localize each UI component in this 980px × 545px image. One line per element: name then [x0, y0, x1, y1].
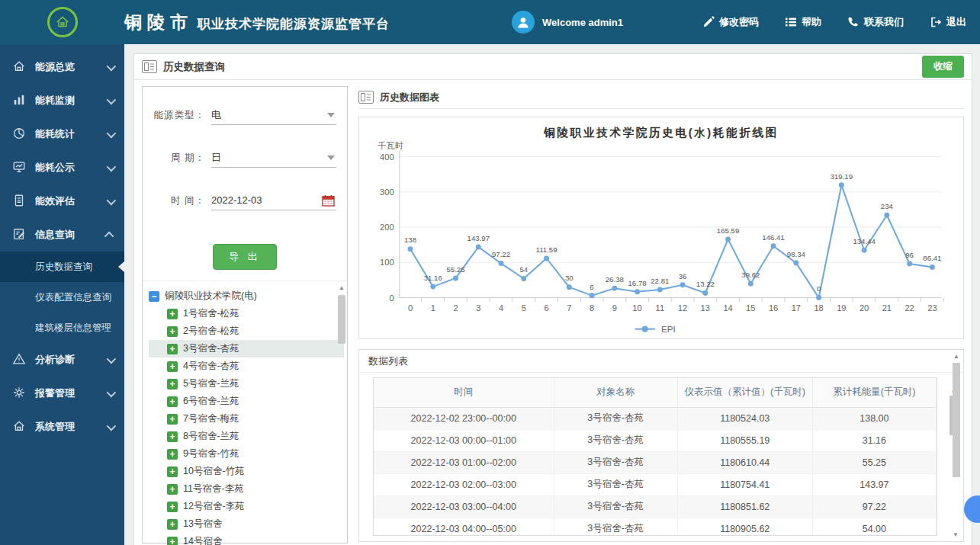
- tree-item-1[interactable]: + 2号宿舍-松苑: [149, 322, 344, 340]
- sidebar-item-4[interactable]: 能效评估: [0, 184, 124, 218]
- tree-item-3[interactable]: + 4号宿舍-杏苑: [149, 357, 344, 375]
- tree-item-label: 14号宿舍: [183, 535, 222, 545]
- expand-node-icon[interactable]: +: [167, 396, 178, 407]
- tree-item-label: 11号宿舍-李苑: [183, 482, 244, 495]
- field-value: 2022-12-03: [211, 194, 322, 206]
- svg-text:13: 13: [701, 303, 710, 313]
- logout-button[interactable]: 退出: [930, 15, 966, 29]
- table-cell: 2022-12-03 04:00--05:00: [374, 518, 554, 536]
- contact-us-button[interactable]: 联系我们: [847, 15, 904, 29]
- tree-item-6[interactable]: + 7号宿舍-梅苑: [149, 410, 344, 428]
- tree-item-10[interactable]: + 11号宿舍-李苑: [149, 480, 344, 498]
- expand-node-icon[interactable]: +: [167, 431, 178, 442]
- sidebar-item-3[interactable]: 能耗公示: [0, 151, 124, 184]
- svg-text:铜陵职业技术学院历史电(水)耗能折线图: 铜陵职业技术学院历史电(水)耗能折线图: [543, 126, 779, 139]
- tree-item-4[interactable]: + 5号宿舍-兰苑: [149, 375, 344, 393]
- collapse-node-icon[interactable]: −: [149, 291, 159, 302]
- monitor-icon: [12, 160, 27, 175]
- tree-item-label: 7号宿舍-梅苑: [183, 412, 239, 425]
- expand-node-icon[interactable]: +: [167, 326, 178, 337]
- main-content: 历史数据查询 收缩 能源类型： 电 周 期： 日 时 间： 2022-12-03…: [124, 44, 980, 545]
- scroll-up-icon[interactable]: ▲: [952, 353, 961, 360]
- tree-item-7[interactable]: + 8号宿舍-兰苑: [149, 428, 344, 445]
- tree-item-label: 5号宿舍-兰苑: [183, 377, 239, 390]
- tree-item-11[interactable]: + 12号宿舍-李苑: [149, 498, 344, 515]
- select-field-1[interactable]: 日: [211, 148, 336, 168]
- sidebar-item-5[interactable]: 信息查询: [0, 218, 124, 252]
- help-button[interactable]: 帮助: [785, 15, 821, 29]
- expand-node-icon[interactable]: +: [167, 466, 178, 477]
- tree-root[interactable]: − 铜陵职业技术学院(电): [149, 287, 344, 305]
- sidebar-item-6[interactable]: 分析诊断: [0, 343, 124, 377]
- svg-text:98.34: 98.34: [787, 250, 806, 258]
- tree-item-2[interactable]: + 3号宿舍-杏苑: [149, 340, 344, 357]
- sidebar-subitem-1[interactable]: 仪表配置信息查询: [0, 282, 124, 313]
- sidebar-item-2[interactable]: 能耗统计: [0, 117, 124, 151]
- expand-node-icon[interactable]: +: [167, 519, 178, 530]
- svg-text:22: 22: [904, 303, 914, 313]
- tree-item-13[interactable]: + 14号宿舍: [149, 533, 344, 545]
- tree-item-label: 1号宿舍-松苑: [183, 307, 239, 320]
- bars-icon: [12, 93, 27, 108]
- table-column-header: 累计耗能量(千瓦时): [812, 378, 936, 407]
- select-field-0[interactable]: 电: [211, 105, 336, 125]
- export-button[interactable]: 导 出: [213, 244, 277, 270]
- svg-text:26.38: 26.38: [606, 275, 624, 284]
- collapse-button[interactable]: 收缩: [922, 56, 964, 78]
- table-row[interactable]: 2022-12-02 23:00--00:003号宿舍-杏苑1180524.03…: [374, 407, 937, 429]
- expand-node-icon[interactable]: +: [167, 449, 178, 460]
- table-row[interactable]: 2022-12-03 02:00--03:003号宿舍-杏苑1180754.41…: [374, 473, 937, 495]
- sidebar-subitem-0[interactable]: 历史数据查询: [0, 252, 124, 282]
- expand-node-icon[interactable]: +: [167, 537, 178, 545]
- expand-node-icon[interactable]: +: [167, 484, 178, 495]
- svg-text:5: 5: [522, 303, 526, 313]
- table-cell: 31.16: [812, 429, 936, 451]
- active-notch: [118, 261, 124, 272]
- table-cell: 3号宿舍-杏苑: [554, 429, 677, 451]
- tree-item-12[interactable]: + 13号宿舍: [149, 515, 344, 533]
- tree-item-5[interactable]: + 6号宿舍-兰苑: [149, 393, 344, 410]
- chevron-down-icon: [107, 128, 117, 138]
- svg-text:143.97: 143.97: [468, 234, 490, 242]
- table-cell: 1180555.19: [677, 429, 812, 451]
- change-password-button[interactable]: 修改密码: [702, 15, 759, 29]
- table-row[interactable]: 2022-12-03 03:00--04:003号宿舍-杏苑1180851.62…: [374, 495, 937, 518]
- svg-text:200: 200: [380, 223, 394, 232]
- table-row[interactable]: 2022-12-03 04:00--05:003号宿舍-杏苑1180905.62…: [374, 518, 937, 536]
- sidebar-item-0[interactable]: 能源总览: [0, 50, 124, 84]
- table-row[interactable]: 2022-12-03 01:00--02:003号宿舍-杏苑1180610.44…: [374, 451, 937, 473]
- svg-text:31.16: 31.16: [424, 274, 442, 282]
- svg-text:22.81: 22.81: [651, 277, 669, 285]
- table-cell: 2022-12-03 03:00--04:00: [374, 495, 554, 518]
- date-field[interactable]: 2022-12-03: [211, 191, 336, 210]
- sidebar-item-label: 报警管理: [35, 386, 75, 400]
- sidebar-item-1[interactable]: 能耗监测: [0, 84, 124, 117]
- pie-icon: [12, 127, 27, 142]
- sidebar-item-8[interactable]: 系统管理: [0, 410, 124, 444]
- sidebar-item-7[interactable]: 报警管理: [0, 377, 124, 410]
- field-label: 时 间：: [147, 194, 205, 207]
- tree-scrollbar[interactable]: ▲: [337, 284, 346, 545]
- expand-node-icon[interactable]: +: [167, 361, 178, 372]
- svg-text:300: 300: [380, 188, 394, 197]
- form-icon: [12, 227, 27, 242]
- svg-text:55.25: 55.25: [446, 265, 464, 274]
- expand-node-icon[interactable]: +: [167, 344, 178, 354]
- tree-item-9[interactable]: + 10号宿舍-竹苑: [149, 463, 344, 480]
- sidebar-subitem-2[interactable]: 建筑楼层信息管理: [0, 313, 124, 343]
- panel-icon: [142, 60, 157, 73]
- scroll-up-icon[interactable]: ▲: [337, 284, 346, 291]
- expand-node-icon[interactable]: +: [167, 309, 178, 319]
- chevron-down-icon: [107, 61, 117, 71]
- panel-scrollbar[interactable]: ▲: [952, 353, 961, 536]
- svg-text:234: 234: [881, 202, 894, 210]
- expand-node-icon[interactable]: +: [167, 379, 178, 390]
- calendar-icon[interactable]: [322, 194, 335, 207]
- table-row[interactable]: 2022-12-03 00:00--01:003号宿舍-杏苑1180555.19…: [374, 429, 937, 451]
- table-cell: 55.25: [812, 451, 936, 473]
- expand-node-icon[interactable]: +: [167, 414, 178, 425]
- expand-node-icon[interactable]: +: [167, 502, 178, 512]
- tree-item-0[interactable]: + 1号宿舍-松苑: [149, 305, 344, 322]
- chevron-down-icon: [107, 421, 117, 431]
- tree-item-8[interactable]: + 9号宿舍-竹苑: [149, 445, 344, 463]
